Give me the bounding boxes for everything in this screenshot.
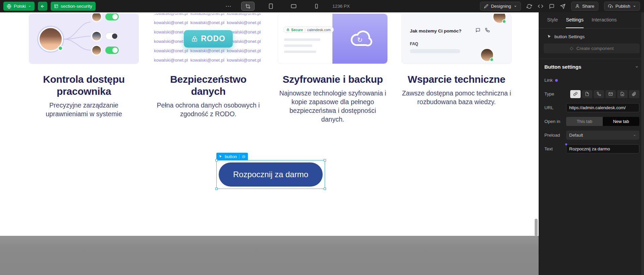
feature-card-support[interactable]: Jak możemy Ci pomóc? FAQ Wsparcie techni… [401,13,512,106]
refresh-glyph: ↻ [357,36,363,44]
preload-value: Default [569,133,583,138]
gear-icon[interactable] [242,155,246,158]
card-image-support[interactable]: Jak możemy Ci pomóc? FAQ [401,13,512,64]
link-type-anchor-button[interactable] [629,90,639,98]
card-image-rodo[interactable]: kowalski@onet.pl kowalski@onet.pl kowals… [153,13,263,64]
section-badge-label: section-security [61,4,92,9]
create-component-label: Create component [576,46,613,51]
section-title: Button settings [544,64,581,70]
card-image-access-control[interactable] [29,13,139,64]
comments-icon[interactable] [549,4,554,9]
selected-element-label: button [225,154,237,159]
status-dot [490,58,494,62]
chevron-down-icon [633,134,636,137]
back-arrow-icon [40,4,45,9]
card-body[interactable]: Pełna ochrona danych osobowych i zgodnoś… [153,101,263,118]
brush-icon [484,4,488,8]
open-in-label: Open in [544,119,560,124]
breakpoint-phone-button[interactable] [310,2,323,11]
selection-handle [215,188,218,190]
avatar [91,45,102,56]
topbar: Polski section-security ⋯ [0,0,644,12]
permission-toggle-on [105,47,119,54]
link-label: Link [544,78,553,83]
mode-selector[interactable]: Designing [480,2,521,11]
avatar [91,31,102,42]
chevron-down-icon[interactable] [635,65,639,69]
selected-element-tag[interactable]: button [216,153,248,160]
rodo-badge: RODO [184,30,233,48]
link-type-email-button[interactable] [605,90,616,98]
skeleton-line [284,51,316,53]
create-component-button[interactable]: Create component [544,44,640,53]
card-title[interactable]: Kontrola dostępu pracownika [29,73,139,97]
breakpoint-custom-button[interactable] [241,2,255,11]
preload-label: Preload [544,133,560,138]
avatar [38,27,63,52]
preload-select[interactable]: Default [566,131,639,140]
open-in-new-tab-option[interactable]: New tab [603,117,639,126]
phone-icon [485,28,490,32]
permission-row [91,13,119,22]
feature-card-data-security[interactable]: kowalski@onet.pl kowalski@onet.pl kowals… [153,13,263,118]
feature-card-encryption-backup[interactable]: ↻ Secure | calendesk.com Szyfrowanie i b… [278,13,388,124]
code-icon[interactable] [538,3,543,9]
topbar-center-group: ⋯ 1236 PX [225,0,350,12]
tab-interactions[interactable]: Interactions [592,17,617,28]
sync-icon[interactable] [527,4,532,9]
selection-handle [324,159,326,161]
element-context-row: button Settings [539,28,644,39]
cloud-panel: ↻ [332,14,387,64]
chevron-down-icon [514,5,517,8]
element-context-label: button Settings [554,34,585,39]
skeleton-line [284,45,312,47]
publish-button[interactable]: Publish [604,2,640,11]
design-canvas[interactable]: Kontrola dostępu pracownika Precyzyjne z… [0,12,539,275]
faq-item-bar [410,49,460,53]
card-title[interactable]: Bezpieczeństwo danych [153,73,263,97]
next-section-placeholder[interactable] [0,236,539,275]
card-body[interactable]: Zawsze dostępna pomoc techniczna i rozbu… [401,89,512,106]
more-menu-button[interactable]: ⋯ [225,3,232,10]
tab-style[interactable]: Style [547,17,558,28]
link-type-phone-button[interactable] [594,90,604,98]
card-title[interactable]: Szyfrowanie i backup [278,73,388,85]
feature-card-access-control[interactable]: Kontrola dostępu pracownika Precyzyjne z… [29,13,139,118]
app-window: Polski section-security ⋯ [0,0,644,275]
button-text-input[interactable] [566,144,639,153]
preview-send-icon[interactable] [560,4,566,9]
rodo-label: RODO [201,34,225,43]
language-selector[interactable]: Polski [3,2,35,11]
cloud-upload-icon [608,4,613,9]
share-button[interactable]: Share [571,2,598,11]
browser-address-bar: Secure | calendesk.com [283,26,334,33]
chevron-down-icon [633,5,636,8]
canvas-width-value[interactable]: 1236 PX [332,4,350,9]
open-in-segmented-control: This tab New tab [566,117,639,126]
url-input[interactable] [566,103,639,112]
breakpoint-tablet-landscape-button[interactable] [287,2,300,11]
tablet-landscape-icon [291,3,297,9]
open-in-this-tab-option[interactable]: This tab [566,117,603,126]
card-body[interactable]: Precyzyjne zarządzanie uprawnieniami w s… [29,101,139,118]
panel-tabs: Style Settings Interactions [539,12,644,28]
back-button[interactable] [38,2,47,11]
email-text-row: kowalski@onet.pl kowalski@onet.pl kowals… [154,13,263,16]
topbar-left-group: Polski section-security [3,2,96,11]
link-type-url-button[interactable] [570,90,581,98]
link-type-page-button[interactable] [582,90,592,98]
selection-handle [324,188,326,190]
chevron-down-icon [28,5,31,8]
link-type-file-button[interactable] [617,90,628,98]
tab-settings[interactable]: Settings [566,17,583,28]
cta-button[interactable]: Rozpocznij za darmo [219,162,323,187]
breakpoint-tablet-button[interactable] [264,2,277,11]
section-badge[interactable]: section-security [51,2,96,11]
card-title[interactable]: Wsparcie techniczne [401,73,512,85]
card-body[interactable]: Najnowsze technologie szyfrowania i kopi… [278,89,388,124]
canvas-scrollbar-thumb[interactable] [535,219,538,236]
button-settings-section-header[interactable]: Button settings [539,59,644,70]
secure-label: Secure [291,28,303,32]
card-image-backup[interactable]: ↻ Secure | calendesk.com [278,13,388,64]
panel-scrollbar[interactable] [641,12,644,275]
